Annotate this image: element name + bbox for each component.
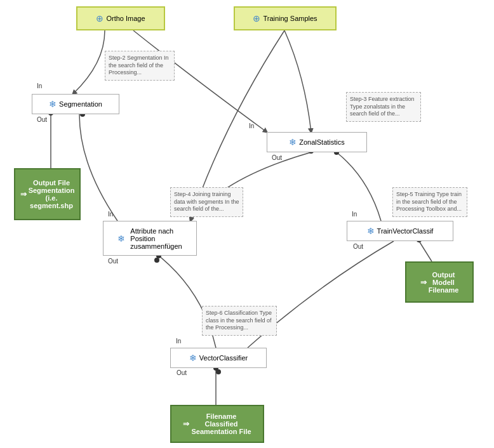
- in-label-zonal: In: [249, 122, 254, 129]
- ortho-image-node[interactable]: ⊕ Ortho Image: [76, 6, 165, 30]
- in-label-segmentation: In: [37, 82, 42, 89]
- ortho-image-icon: ⊕: [96, 13, 103, 23]
- training-samples-label: Training Samples: [263, 15, 317, 22]
- out-dot-vector: [216, 369, 221, 374]
- in-label-vector: In: [176, 338, 181, 345]
- output-seg-icon: ⇒: [20, 190, 27, 199]
- segmentation-icon: ❄: [49, 99, 57, 109]
- filename-classified-node[interactable]: ⇒ FilenameClassifiedSeamentation File: [170, 405, 264, 443]
- ortho-image-label: Ortho Image: [106, 15, 145, 22]
- note-1: Step-2 Segmentation In the search field …: [105, 51, 175, 81]
- out-label-zonal: Out: [272, 154, 282, 161]
- training-samples-icon: ⊕: [253, 13, 260, 23]
- note-5: Step-6 Classification Type class in the …: [202, 306, 277, 336]
- note-4: Step-5 Training Type train in the search…: [392, 187, 467, 217]
- attribute-join-node[interactable]: ❄ Attribute nachPositionzusammenfügen: [103, 221, 197, 256]
- vector-label: VectorClassifier: [199, 354, 248, 362]
- note-2-text: Step-3 Feature extraction Type zonalstat…: [350, 96, 415, 117]
- zonal-icon: ❄: [289, 137, 297, 147]
- segmentation-label: Segmentation: [59, 100, 102, 108]
- workflow-canvas: ⊕ Ortho Image ⊕ Training Samples Step-2 …: [0, 0, 494, 448]
- training-samples-node[interactable]: ⊕ Training Samples: [234, 6, 337, 30]
- output-modell-label: OutputModellFilename: [429, 271, 459, 294]
- note-3-text: Step-4 Joining training data with segmen…: [174, 191, 239, 212]
- in-label-train: In: [352, 211, 357, 218]
- note-3: Step-4 Joining training data with segmen…: [170, 187, 243, 217]
- train-label: TrainVectorClassif: [377, 227, 434, 235]
- vector-classifier-node[interactable]: ❄ VectorClassifier: [170, 348, 267, 368]
- in-label-attr: In: [108, 211, 113, 218]
- attr-label: Attribute nachPositionzusammenfügen: [130, 227, 182, 250]
- zonal-statistics-node[interactable]: ❄ ZonalStatistics: [267, 132, 367, 152]
- note-4-text: Step-5 Training Type train in the search…: [396, 191, 462, 212]
- output-segmentation-node[interactable]: ⇒ Output FileSegmentation(i.e.segment.sh…: [14, 168, 81, 220]
- vector-icon: ❄: [189, 353, 197, 363]
- note-5-text: Step-6 Classification Type class in the …: [206, 310, 272, 331]
- out-dot-attr: [154, 258, 159, 263]
- zonal-label: ZonalStatistics: [299, 138, 345, 146]
- in-label-seg-text: In: [37, 82, 42, 89]
- output-modell-icon: ⇒: [420, 278, 427, 287]
- note-2: Step-3 Feature extraction Type zonalstat…: [346, 92, 421, 122]
- output-modell-node[interactable]: ⇒ OutputModellFilename: [405, 261, 474, 303]
- filename-icon: ⇒: [183, 419, 189, 428]
- out-label-seg: Out: [37, 116, 47, 123]
- attr-icon: ❄: [117, 234, 125, 244]
- segmentation-node[interactable]: ❄ Segmentation: [32, 94, 119, 114]
- note-1-text: Step-2 Segmentation In the search field …: [109, 55, 169, 76]
- filename-label: FilenameClassifiedSeamentation File: [191, 412, 251, 435]
- out-label-train: Out: [353, 243, 363, 250]
- out-label-attr: Out: [108, 258, 118, 265]
- output-seg-label: Output FileSegmentation(i.e.segment.shp: [29, 179, 75, 209]
- train-icon: ❄: [367, 226, 375, 236]
- train-vector-node[interactable]: ❄ TrainVectorClassif: [347, 221, 453, 241]
- out-label-vector: Out: [177, 369, 187, 376]
